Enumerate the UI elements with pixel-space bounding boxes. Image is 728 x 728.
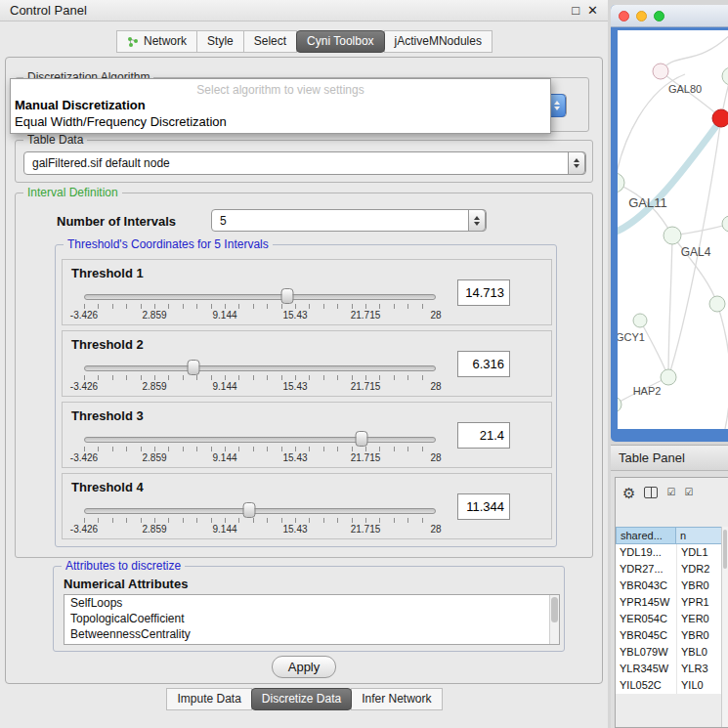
attributes-group: Attributes to discretize Numerical Attri… — [53, 566, 565, 652]
popup-item-manual-discretization[interactable]: Manual Discretization — [11, 97, 550, 113]
network-node[interactable] — [722, 216, 728, 232]
tab-discretize-data[interactable]: Discretize Data — [251, 688, 352, 710]
cell[interactable]: YBR043C — [616, 578, 676, 594]
network-node[interactable] — [633, 314, 647, 327]
node-label-gal11: GAL11 — [628, 195, 667, 210]
network-canvas[interactable]: GAL80 GAL11 GAL4 GCY1 HAP2 — [618, 30, 728, 429]
slider-thumb[interactable] — [356, 431, 368, 447]
scrollbar-thumb[interactable] — [551, 597, 558, 622]
number-of-intervals-combobox[interactable]: 5 — [211, 209, 487, 232]
top-tabbar: Network Style Select Cyni Toolbox jActiv… — [0, 30, 608, 53]
slider-thumb[interactable] — [280, 288, 293, 304]
tab-style[interactable]: Style — [196, 30, 244, 53]
list-item[interactable]: SelfLoops — [64, 595, 559, 611]
threshold-3-value[interactable]: 21.4 — [457, 422, 510, 449]
threshold-1-slider[interactable]: -3.426 2.859 9.144 15.43 21.715 28 — [84, 290, 436, 320]
tab-impute-data[interactable]: Impute Data — [166, 688, 251, 710]
cell[interactable]: YPR145W — [616, 594, 676, 611]
combo-stepper-icon[interactable] — [568, 151, 585, 175]
cell[interactable]: YBL079W — [616, 644, 676, 661]
scale-label: 9.144 — [212, 524, 236, 535]
scale-label: 15.43 — [282, 310, 307, 321]
tab-select[interactable]: Select — [243, 30, 297, 53]
network-nodes — [618, 64, 728, 412]
cell[interactable]: YLR345W — [616, 661, 676, 677]
network-node[interactable] — [618, 173, 624, 193]
slider-track[interactable] — [84, 294, 436, 300]
list-item[interactable]: BetweennessCentrality — [64, 626, 559, 642]
cell[interactable]: YBR045C — [616, 627, 676, 644]
cell[interactable]: YIL052C — [616, 677, 676, 694]
numerical-attributes-list[interactable]: SelfLoops TopologicalCoefficient Between… — [64, 594, 560, 645]
threshold-2-box: Threshold 2 -3.426 2.859 9.144 15.43 21.… — [62, 330, 552, 397]
scrollbar-thumb[interactable] — [723, 530, 727, 569]
network-node[interactable] — [618, 397, 621, 412]
popup-item-equal-width[interactable]: Equal Width/Frequency Discretization — [11, 113, 550, 130]
node-label-gal4: GAL4 — [681, 245, 711, 259]
threshold-4-value[interactable]: 11.344 — [457, 493, 510, 520]
threshold-3-label: Threshold 3 — [71, 408, 144, 423]
float-icon[interactable]: □ — [572, 3, 579, 18]
threshold-2-label: Threshold 2 — [71, 337, 144, 352]
slider-thumb[interactable] — [243, 502, 256, 518]
checkbox-icon[interactable]: ☑ — [666, 488, 675, 497]
scale-label: -3.426 — [70, 310, 98, 321]
slider-track[interactable] — [84, 437, 436, 443]
network-node[interactable] — [709, 296, 725, 312]
threshold-1-value[interactable]: 14.713 — [457, 279, 510, 306]
number-of-intervals-value: 5 — [220, 214, 227, 228]
table-data-group: Table Data galFiltered.sif default node — [15, 140, 593, 183]
threshold-4-slider[interactable]: -3.426 2.859 9.144 15.43 21.715 28 — [84, 504, 436, 534]
cell[interactable]: YDR27... — [616, 561, 676, 578]
scale-label: 9.144 — [212, 310, 236, 321]
list-item[interactable]: TopologicalCoefficient — [64, 611, 559, 626]
table-row[interactable]: YLR345W YLR3 — [616, 661, 728, 677]
tab-cyni-toolbox[interactable]: Cyni Toolbox — [296, 30, 384, 53]
slider-thumb[interactable] — [187, 360, 199, 375]
cell[interactable]: YDL19... — [616, 544, 676, 561]
node-table: shared... n YDL19... YDL1 YDR27... YDR2 … — [616, 527, 728, 694]
table-row[interactable]: YBR043C YBR0 — [616, 578, 728, 594]
table-data-combobox[interactable]: galFiltered.sif default node — [23, 151, 586, 175]
network-node[interactable] — [664, 227, 681, 244]
numerical-attributes-label: Numerical Attributes — [64, 577, 188, 591]
table-row[interactable]: YER054C YER0 — [616, 611, 728, 627]
table-row[interactable]: YDL19... YDL1 — [616, 544, 728, 561]
scale-label: 9.144 — [212, 381, 236, 392]
table-row[interactable]: YBR045C YBR0 — [616, 627, 728, 644]
slider-track[interactable] — [84, 508, 436, 514]
slider-track[interactable] — [84, 365, 436, 371]
tab-network[interactable]: Network — [116, 30, 197, 53]
list-scrollbar[interactable] — [549, 595, 559, 644]
table-row[interactable]: YBL079W YBL0 — [616, 644, 728, 661]
columns-icon[interactable] — [644, 487, 658, 498]
cell[interactable]: YER054C — [616, 611, 676, 627]
checkbox-icon[interactable]: ☑ — [684, 488, 693, 497]
table-row[interactable]: YDR27... YDR2 — [616, 561, 728, 578]
tab-infer-network[interactable]: Infer Network — [351, 688, 442, 710]
tab-jactivemodules[interactable]: jActiveMNodules — [384, 30, 492, 53]
combo-stepper-icon[interactable] — [468, 209, 486, 232]
threshold-2-slider[interactable]: -3.426 2.859 9.144 15.43 21.715 28 — [84, 362, 436, 391]
apply-button[interactable]: Apply — [272, 656, 336, 678]
zoom-window-icon[interactable] — [654, 11, 664, 21]
scale-label: 2.859 — [142, 452, 166, 463]
column-header-shared-name[interactable]: shared... — [616, 527, 676, 544]
threshold-2-value[interactable]: 6.316 — [457, 351, 510, 377]
popup-header: Select algorithm to view settings — [11, 79, 550, 97]
table-row[interactable]: YIL052C YIL0 — [616, 677, 728, 694]
network-node-selected[interactable] — [712, 109, 728, 127]
gear-icon[interactable]: ⚙ — [622, 486, 635, 500]
minimize-window-icon[interactable] — [636, 11, 647, 21]
close-icon[interactable]: ✕ — [587, 3, 598, 18]
table-row[interactable]: YPR145W YPR1 — [616, 594, 728, 611]
threshold-3-slider[interactable]: -3.426 2.859 9.144 15.43 21.715 28 — [84, 433, 436, 462]
scale-label: 21.715 — [351, 381, 381, 392]
network-node[interactable] — [661, 369, 676, 385]
table-panel-body: ⚙ ☑ ☑ shared... n YDL19... YDL1 YDR27...… — [611, 471, 728, 728]
attributes-group-title: Attributes to discretize — [62, 559, 185, 573]
network-node[interactable] — [653, 64, 668, 79]
network-node[interactable] — [722, 67, 728, 85]
table-scrollbar[interactable] — [721, 527, 728, 727]
close-window-icon[interactable] — [619, 11, 629, 21]
